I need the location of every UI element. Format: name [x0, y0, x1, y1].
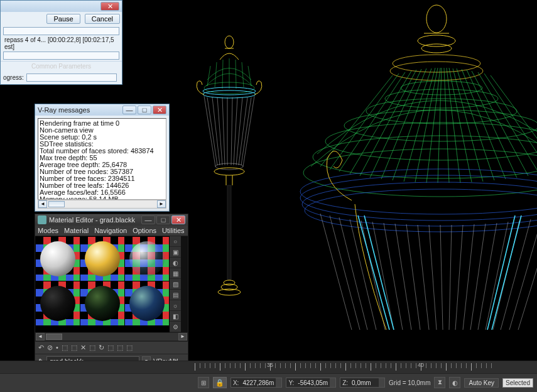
svg-line-55 [457, 68, 494, 180]
material-editor-menubar[interactable]: ModesMaterialNavigationOptionsUtilities [35, 226, 188, 236]
material-tool-button-5[interactable]: ✕ [80, 344, 86, 352]
timeline-tick [215, 363, 215, 368]
material-tool-button-1[interactable]: ⊘ [47, 344, 53, 352]
scroll-left-icon[interactable]: ◄ [38, 200, 47, 208]
key-filter-selected[interactable]: Selected [502, 378, 533, 388]
material-slot-1[interactable] [36, 237, 80, 281]
sample-option-button-4[interactable]: ▨ [170, 279, 181, 290]
svg-line-54 [453, 68, 483, 182]
timeline-tick [330, 363, 331, 368]
timeline-tick [230, 363, 231, 368]
timeline-tick [431, 363, 431, 368]
sample-option-button-7[interactable]: ◧ [170, 311, 181, 322]
menu-item-modes[interactable]: Modes [38, 227, 58, 234]
sample-option-button-8[interactable]: ⚙ [170, 322, 181, 332]
svg-line-78 [449, 225, 452, 330]
menu-item-navigation[interactable]: Navigation [94, 227, 127, 234]
material-slot-5[interactable] [80, 281, 124, 325]
keymode-icon[interactable]: ◐ [449, 377, 460, 388]
svg-point-30 [393, 55, 480, 72]
sample-option-button-6[interactable]: ☼ [170, 300, 181, 311]
svg-line-42 [350, 71, 411, 174]
scroll-thumb[interactable] [48, 201, 65, 207]
close-icon[interactable]: ✕ [171, 215, 185, 224]
material-tool-button-4[interactable]: ⬚ [71, 344, 77, 352]
minimize-icon[interactable]: — [122, 106, 136, 114]
cancel-button[interactable]: Cancel [85, 14, 120, 24]
svg-line-81 [470, 224, 485, 330]
pause-button[interactable]: Pause [46, 14, 80, 24]
timeline-tick [416, 363, 416, 368]
scroll-thumb[interactable] [46, 334, 62, 340]
close-icon[interactable]: ✕ [100, 2, 119, 11]
menu-item-options[interactable]: Options [133, 227, 156, 234]
sample-option-button-5[interactable]: ▤ [170, 290, 181, 300]
svg-line-79 [455, 225, 463, 330]
coord-z-field[interactable]: Z: 0,0mm [340, 378, 385, 388]
material-tool-button-2[interactable]: • [56, 344, 58, 352]
close-icon[interactable]: ✕ [153, 106, 166, 114]
timeline-tick [280, 363, 281, 368]
svg-line-88 [358, 215, 389, 330]
sample-option-button-0[interactable]: ○ [170, 236, 181, 247]
sample-option-button-3[interactable]: ▦ [170, 268, 181, 279]
render-progress-dialog[interactable]: ✕ Pause Cancel repass 4 of 4... [00:00:2… [0, 0, 122, 85]
material-slot-3[interactable] [125, 237, 169, 281]
sample-option-button-1[interactable]: ▣ [170, 247, 181, 258]
material-tool-button-9[interactable]: ⬚ [117, 344, 123, 352]
material-tool-button-6[interactable]: ⬚ [89, 344, 95, 352]
material-tool-button-8[interactable]: ⬚ [107, 344, 114, 352]
common-parameters-header[interactable]: Common Parameters [1, 61, 122, 71]
scroll-right-icon[interactable]: ► [178, 333, 187, 340]
material-tool-button-3[interactable]: ⬚ [62, 344, 68, 352]
svg-line-15 [222, 97, 225, 165]
scroll-left-icon[interactable]: ◄ [36, 333, 45, 340]
timeline-tick [345, 363, 346, 371]
svg-line-46 [393, 68, 431, 180]
material-side-toolbar[interactable]: ○▣◐▦▨▤☼◧⚙ [170, 236, 181, 332]
vray-messages-titlebar[interactable]: V-Ray messages — □ ✕ [35, 104, 169, 116]
svg-line-77 [440, 225, 443, 330]
timeline[interactable]: 354045 [0, 361, 537, 374]
minimize-icon[interactable]: — [141, 215, 155, 224]
timeline-tick [381, 363, 381, 368]
autokey-button[interactable]: Auto Key [464, 378, 499, 388]
svg-point-33 [313, 136, 537, 178]
vray-messages-log[interactable]: Rendering frame at time 0Non-camera view… [38, 118, 166, 200]
material-editor-title: Material Editor - grad.blackk [49, 216, 141, 224]
material-tool-button-0[interactable]: ↶ [38, 344, 44, 352]
svg-line-57 [467, 70, 517, 178]
svg-line-4 [222, 60, 223, 89]
material-tool-button-10[interactable]: ⬚ [126, 344, 133, 352]
menu-item-material[interactable]: Material [64, 227, 89, 234]
menu-item-utilities[interactable]: Utilities [162, 227, 184, 234]
material-slot-2[interactable] [80, 237, 124, 281]
maximize-icon[interactable]: □ [138, 106, 151, 114]
svg-line-43 [360, 70, 416, 176]
timeconfig-icon[interactable]: ⧗ [434, 377, 445, 388]
sample-option-button-2[interactable]: ◐ [170, 258, 181, 268]
material-toolbar[interactable]: ↶⊘•⬚⬚✕⬚↻⬚⬚⬚ [35, 341, 188, 354]
material-tool-button-7[interactable]: ↻ [99, 344, 104, 352]
timeline-tick [300, 363, 301, 368]
vray-messages-window[interactable]: V-Ray messages — □ ✕ Rendering frame at … [35, 104, 170, 212]
snap-toggle-icon[interactable]: ⊞ [198, 377, 209, 388]
coord-x-field[interactable]: X: 4227,286m [231, 378, 283, 388]
timeline-frame-label: 35 [267, 362, 273, 368]
material-editor-titlebar[interactable]: Material Editor - grad.blackk — □ ✕ [35, 214, 188, 226]
svg-line-7 [242, 62, 244, 87]
progress-label: ogress: [3, 74, 24, 81]
timeline-tick [441, 363, 442, 368]
svg-line-83 [485, 222, 508, 330]
svg-point-36 [366, 99, 517, 124]
material-slots-scrollbar[interactable]: ◄ ► [35, 332, 188, 341]
horizontal-scrollbar[interactable]: ◄ ► [38, 200, 166, 209]
material-slot-4[interactable] [36, 281, 80, 325]
timeline-tick [401, 363, 401, 368]
selection-lock-icon[interactable]: 🔒 [213, 377, 227, 388]
maximize-icon[interactable]: □ [156, 215, 170, 224]
coord-y-field[interactable]: Y: -5643,05m [286, 378, 336, 388]
timeline-tick [366, 363, 366, 368]
scroll-right-icon[interactable]: ► [157, 200, 166, 208]
material-slot-6[interactable] [125, 281, 169, 325]
